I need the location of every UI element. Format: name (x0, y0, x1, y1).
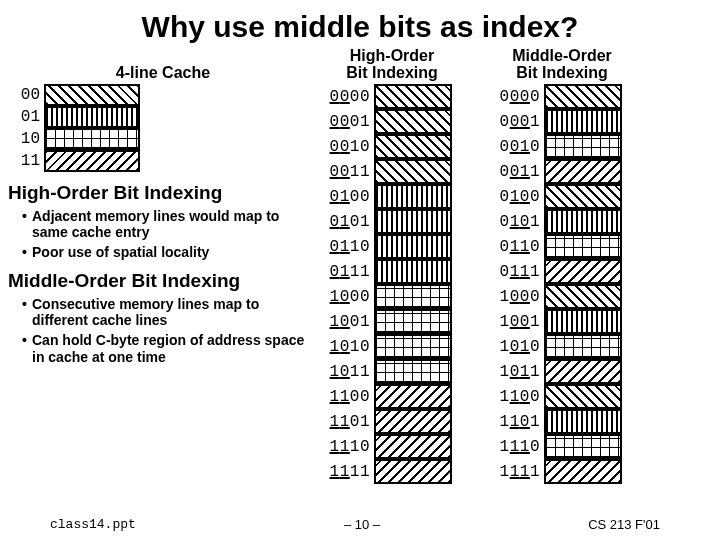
memory-row: 1110 (492, 434, 622, 459)
pattern-swatch (374, 284, 452, 309)
memory-row: 1011 (492, 359, 622, 384)
memory-row: 0101 (492, 209, 622, 234)
memory-row: 1000 (322, 284, 452, 309)
pattern-swatch (374, 459, 452, 484)
pattern-swatch (544, 384, 622, 409)
footer: class14.ppt – 10 – CS 213 F'01 (0, 517, 720, 532)
cache-row: 01 (16, 106, 310, 128)
pattern-swatch (374, 384, 452, 409)
cache-row: 10 (16, 128, 310, 150)
memory-address-label: 0111 (492, 263, 544, 281)
pattern-swatch (544, 334, 622, 359)
memory-address-label: 1000 (492, 288, 544, 306)
pattern-swatch (544, 459, 622, 484)
mid-header: Middle-Order Bit Indexing (492, 46, 632, 84)
pattern-swatch (544, 409, 622, 434)
memory-address-label: 0100 (322, 188, 374, 206)
memory-row: 1000 (492, 284, 622, 309)
pattern-swatch (544, 284, 622, 309)
high-rows: 0000000100100011010001010110011110001001… (322, 84, 452, 484)
pattern-swatch (374, 234, 452, 259)
memory-address-label: 0011 (492, 163, 544, 181)
memory-row: 1101 (322, 409, 452, 434)
memory-row: 1001 (492, 309, 622, 334)
memory-address-label: 0101 (322, 213, 374, 231)
bullet-list: Adjacent memory lines would map to same … (16, 208, 310, 260)
pattern-swatch (374, 109, 452, 134)
pattern-swatch (374, 334, 452, 359)
memory-address-label: 0101 (492, 213, 544, 231)
pattern-swatch (44, 150, 140, 172)
pattern-swatch (374, 409, 452, 434)
pattern-swatch (544, 434, 622, 459)
memory-row: 0111 (492, 259, 622, 284)
memory-row: 1110 (322, 434, 452, 459)
memory-address-label: 0010 (492, 138, 544, 156)
memory-row: 0011 (492, 159, 622, 184)
memory-row: 0000 (322, 84, 452, 109)
memory-address-label: 1001 (322, 313, 374, 331)
slide-body: 4-line Cache 00011011 High-Order Bit Ind… (0, 46, 720, 484)
memory-row: 0001 (322, 109, 452, 134)
pattern-swatch (544, 359, 622, 384)
bullet-list: Consecutive memory lines map to differen… (16, 296, 310, 364)
memory-row: 0110 (322, 234, 452, 259)
memory-address-label: 1000 (322, 288, 374, 306)
footer-course: CS 213 F'01 (588, 517, 660, 532)
pattern-swatch (374, 159, 452, 184)
memory-address-label: 0011 (322, 163, 374, 181)
memory-address-label: 0010 (322, 138, 374, 156)
pattern-swatch (374, 434, 452, 459)
cache-row-label: 00 (16, 86, 44, 104)
memory-address-label: 1111 (492, 463, 544, 481)
mid-header-1: Middle-Order (492, 47, 632, 65)
section-heading: Middle-Order Bit Indexing (8, 270, 310, 292)
memory-address-label: 1110 (492, 438, 544, 456)
high-header-2: Bit Indexing (322, 64, 462, 82)
memory-address-label: 1101 (322, 413, 374, 431)
pattern-swatch (374, 259, 452, 284)
memory-row: 1011 (322, 359, 452, 384)
pattern-swatch (544, 159, 622, 184)
bullet-item: Adjacent memory lines would map to same … (22, 208, 310, 240)
footer-page: – 10 – (344, 517, 380, 532)
memory-address-label: 0000 (322, 88, 374, 106)
memory-row: 0110 (492, 234, 622, 259)
memory-row: 1111 (492, 459, 622, 484)
pattern-swatch (44, 84, 140, 106)
memory-address-label: 0001 (492, 113, 544, 131)
cache-row: 11 (16, 150, 310, 172)
memory-row: 1100 (492, 384, 622, 409)
memory-address-label: 1101 (492, 413, 544, 431)
pattern-swatch (374, 184, 452, 209)
memory-address-label: 0001 (322, 113, 374, 131)
cache-row-label: 11 (16, 152, 44, 170)
memory-address-label: 1010 (492, 338, 544, 356)
pattern-swatch (374, 359, 452, 384)
memory-address-label: 1001 (492, 313, 544, 331)
memory-row: 0101 (322, 209, 452, 234)
slide-title: Why use middle bits as index? (0, 0, 720, 46)
memory-row: 0010 (322, 134, 452, 159)
pattern-swatch (374, 84, 452, 109)
pattern-swatch (544, 109, 622, 134)
memory-address-label: 1100 (322, 388, 374, 406)
pattern-swatch (544, 84, 622, 109)
memory-address-label: 0110 (322, 238, 374, 256)
memory-address-label: 1011 (492, 363, 544, 381)
memory-address-label: 1011 (322, 363, 374, 381)
memory-address-label: 1100 (492, 388, 544, 406)
memory-address-label: 1010 (322, 338, 374, 356)
memory-address-label: 1110 (322, 438, 374, 456)
memory-row: 1100 (322, 384, 452, 409)
memory-row: 1101 (492, 409, 622, 434)
section-heading: High-Order Bit Indexing (8, 182, 310, 204)
left-column: 4-line Cache 00011011 High-Order Bit Ind… (16, 46, 316, 484)
memory-row: 1010 (322, 334, 452, 359)
memory-row: 0010 (492, 134, 622, 159)
high-header: High-Order Bit Indexing (322, 46, 462, 84)
middle-order-column: Middle-Order Bit Indexing 00000001001000… (492, 46, 632, 484)
memory-address-label: 0111 (322, 263, 374, 281)
pattern-swatch (544, 209, 622, 234)
pattern-swatch (374, 134, 452, 159)
